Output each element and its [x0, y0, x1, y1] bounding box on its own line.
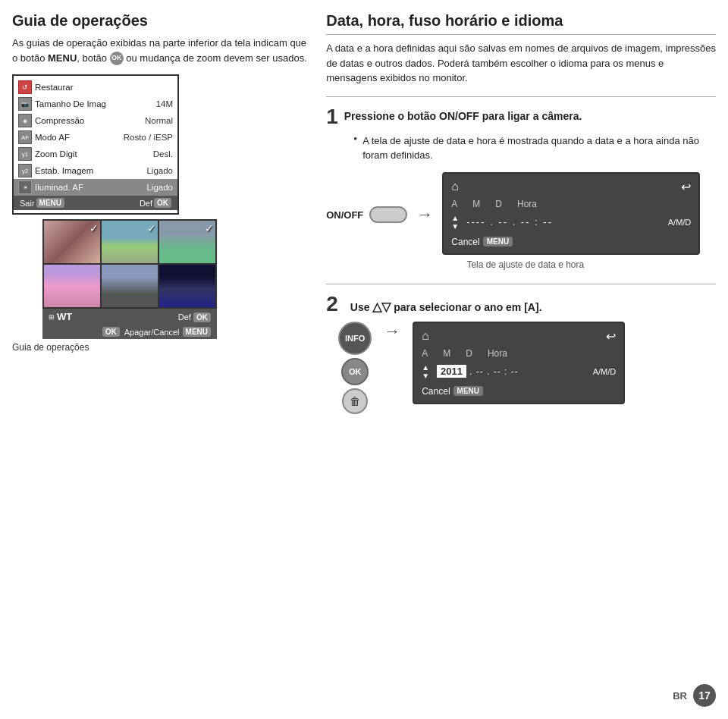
def-bar-item: Def OK: [140, 198, 171, 208]
thumb-flower: ✓: [44, 221, 100, 263]
step-2-title-post: para selecionar o ano em [A].: [391, 301, 541, 313]
iluminad-label: Iluminad. AF: [35, 183, 146, 192]
info-button[interactable]: INFO: [338, 322, 372, 355]
compressao-label: Compressão: [35, 116, 145, 125]
trash-button[interactable]: 🗑: [342, 388, 368, 414]
screen-dashes-2: . -- . -- : --: [469, 366, 519, 377]
step-1-demo-row: ON/OFF → ⌂ ↩ A M D Hora: [326, 172, 716, 258]
menu-item-compressao: ◈ Compressão Normal: [14, 112, 177, 129]
zoomdigit-label: Zoom Digit: [35, 149, 153, 159]
col-a-label: A: [451, 199, 457, 209]
menu-item-restaurar: ↺ Restaurar: [14, 79, 177, 96]
screen-data-row-1: ▲ ▼ ---- . -- . -- : -- A/M/D: [451, 214, 691, 231]
screen-cancel-bar-2: Cancel MENU: [422, 386, 616, 397]
screen-col-labels-2: A M D Hora: [422, 348, 616, 359]
menu-apagar-pill: MENU: [183, 327, 211, 337]
screen-nav-arrows-1: ▲ ▼: [451, 214, 459, 231]
page-number: 17: [693, 684, 716, 707]
zoom-bar: ⊞ WT Def OK: [42, 309, 217, 325]
cancel-text-1: Cancel: [451, 237, 479, 247]
estab-icon: γ2: [18, 164, 32, 177]
modoaf-value: Rosto / iESP: [124, 133, 173, 142]
thumb-building: [102, 265, 158, 307]
screen-amd-2: A/M/D: [593, 367, 617, 376]
col-hora-label: Hora: [517, 199, 537, 209]
restaurar-icon: ↺: [18, 80, 32, 94]
section-divider-2: [326, 284, 716, 284]
thumb-portrait: [44, 265, 100, 307]
screen-cancel-bar-1: Cancel MENU: [451, 237, 691, 247]
menu-item-tamanho: 📷 Tamanho De Imag 14M: [14, 96, 177, 112]
menu-item-iluminad: ☀ Iluminad. AF Ligado: [14, 179, 177, 196]
thumb-landscape1: ✓: [102, 221, 158, 263]
zoom-tw-label: WT: [57, 311, 72, 322]
cancel-btn-2: MENU: [453, 386, 483, 396]
onoff-group: ON/OFF: [326, 206, 407, 223]
camera-menu-ui: ↺ Restaurar 📷 Tamanho De Imag 14M ◈ Comp…: [12, 74, 300, 353]
triangle-up-icon: △: [372, 300, 381, 313]
step-2-title: Use △▽ para selecionar o ano em [A].: [350, 296, 542, 316]
cancel-text-2: Cancel: [422, 386, 450, 397]
estab-value: Ligado: [146, 166, 173, 175]
apagar-bar: OK Apagar/Cancel MENU: [42, 325, 217, 339]
step-2-screen: ⌂ ↩ A M D Hora ▲ ▼: [413, 322, 625, 404]
screen-top-icons: ⌂ ↩: [451, 180, 691, 194]
def-zoom-bar-item: Def OK: [178, 312, 211, 322]
step-2: 2 Use △▽ para selecionar o ano em [A]. I…: [326, 294, 716, 414]
iluminad-value: Ligado: [146, 183, 173, 192]
ok-apagar-pill: OK: [102, 327, 120, 337]
compressao-value: Normal: [145, 116, 173, 125]
ok-label-step2: OK: [349, 367, 362, 376]
step-1-bullet: A tela de ajuste de data e hora é mostra…: [353, 133, 716, 163]
screen-amd-1: A/M/D: [668, 218, 692, 227]
step-1: 1 Pressione o botão ON/OFF para ligar a …: [326, 106, 716, 270]
camera-view-area: ✓ ✓ ✓ ⊞ WT: [12, 219, 300, 353]
step-1-number: 1: [326, 106, 338, 127]
screen-data-row-2: ▲ ▼ 2011 . -- . -- : -- A/M/D: [422, 363, 616, 380]
section-divider-1: [326, 96, 716, 97]
step-2-title-pre: Use: [350, 301, 373, 313]
br-label: BR: [673, 690, 687, 702]
trash-icon: 🗑: [350, 395, 360, 407]
zoom-icons: ⊞ WT: [49, 311, 72, 322]
info-label: INFO: [345, 334, 365, 343]
left-description: As guias de operação exibidas na parte i…: [12, 36, 308, 65]
step-1-header: 1 Pressione o botão ON/OFF para ligar a …: [326, 106, 716, 127]
triangle-down-icon: ▽: [381, 300, 391, 313]
sair-bar-item: Sair MENU: [20, 198, 64, 208]
guide-label: Guia de operações: [12, 342, 300, 353]
return-icon-1: ↩: [681, 180, 691, 194]
screen-dashes-1: ---- . -- . -- : --: [466, 216, 553, 228]
estab-label: Estab. Imagem: [35, 166, 146, 175]
right-title: Data, hora, fuso horário e idioma: [326, 12, 716, 35]
thumb-check-1: ✓: [89, 222, 99, 234]
arrow-right-icon: →: [416, 205, 433, 224]
screen-nav-data-1: ▲ ▼ ---- . -- . -- : --: [451, 214, 553, 231]
ok-circle-icon: OK: [110, 52, 124, 65]
col-m-label-2: M: [443, 348, 450, 359]
ok-button-step2[interactable]: OK: [341, 358, 369, 385]
page-footer: BR 17: [673, 684, 716, 707]
col-hora-label-2: Hora: [488, 348, 507, 359]
menu-item-estab: γ2 Estab. Imagem Ligado: [14, 162, 177, 179]
onoff-switch[interactable]: [369, 206, 407, 223]
right-column: Data, hora, fuso horário e idioma A data…: [320, 12, 716, 707]
right-description: A data e a hora definidas aqui são salva…: [326, 41, 716, 86]
thumb-check-3: ✓: [205, 222, 214, 234]
step-1-title: Pressione o botão ON/OFF para ligar a câ…: [344, 106, 582, 124]
zoomdigit-icon: γ1: [18, 147, 32, 161]
modoaf-label: Modo AF: [35, 133, 124, 142]
tamanho-icon: 📷: [18, 97, 32, 111]
restaurar-label: Restaurar: [35, 83, 173, 92]
zoomdigit-value: Desl.: [153, 149, 173, 159]
home-icon-2: ⌂: [422, 329, 429, 344]
modoaf-icon: AF: [18, 130, 32, 144]
iluminad-icon: ☀: [18, 181, 32, 194]
info-button-group: INFO OK 🗑: [338, 322, 372, 414]
left-title: Guia de operações: [12, 12, 308, 30]
step-2-number: 2: [326, 294, 338, 315]
sair-label: Sair: [20, 199, 35, 208]
col-d-label: D: [495, 199, 502, 209]
def-zoom-ok-pill: OK: [193, 312, 211, 322]
ok-pill: OK: [154, 198, 171, 208]
